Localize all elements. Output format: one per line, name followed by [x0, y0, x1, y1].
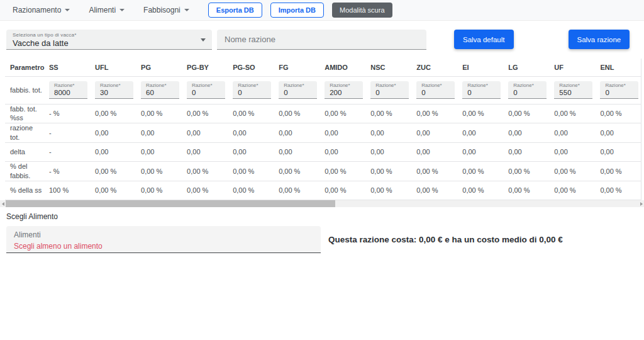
export-db-button[interactable]: Esporta DB	[208, 3, 262, 18]
param-label: % della ss	[5, 181, 44, 200]
ration-input-value: 0	[421, 89, 455, 96]
ration-value-input[interactable]: Razione*0	[462, 81, 501, 99]
ration-input-label: Razione*	[421, 82, 455, 88]
feed-select-label: Alimenti	[14, 230, 313, 239]
ration-value-input[interactable]: Razione*0	[508, 81, 547, 99]
cell-value: 0,00 %	[90, 104, 136, 123]
cell-value: 0,00	[274, 123, 319, 143]
ration-input-value: 0	[284, 89, 317, 96]
ration-value-input[interactable]: Razione*0	[233, 81, 271, 99]
cell-value: 0,00 %	[549, 181, 595, 200]
save-ration-button[interactable]: Salva razione	[569, 30, 630, 49]
feed-row: Alimenti Scegli almeno un alimento Quest…	[6, 226, 563, 253]
ration-input-label: Razione*	[192, 82, 225, 88]
cell-value: 0,00	[503, 123, 549, 143]
topbar: RazionamentoAlimentiFabbisogni Esporta D…	[0, 0, 644, 21]
ration-input-value: 550	[559, 89, 592, 96]
import-db-button[interactable]: Importa DB	[270, 3, 324, 18]
cell-value: 0,00	[411, 142, 457, 161]
ration-input-value: 30	[100, 89, 133, 96]
cell-value: 0,00 %	[228, 161, 274, 181]
ration-value-input[interactable]: Razione*0	[600, 81, 638, 99]
column-header-pg-so: PG-SO	[228, 59, 274, 76]
cell-value: 0,00 %	[549, 161, 595, 181]
ration-input-value: 0	[192, 89, 225, 96]
dropdown-arrow-icon	[201, 38, 206, 42]
cell-value: 0,00 %	[503, 104, 549, 123]
menu-label: Alimenti	[89, 6, 116, 14]
cell-value: 0,00 %	[90, 161, 136, 181]
cell-value: 0,00 %	[549, 104, 595, 123]
cell-value: 0,00 %	[136, 104, 182, 123]
topbar-menus: RazionamentoAlimentiFabbisogni	[13, 6, 208, 14]
cell-value: 0,00	[182, 142, 228, 161]
menu-label: Fabbisogni	[143, 6, 180, 14]
ration-value-input[interactable]: Razione*200	[325, 81, 363, 99]
ration-form-row: Seleziona un tipo di vacca* Vacche da la…	[6, 30, 644, 50]
cell-value: 0,00 %	[595, 181, 641, 200]
feed-select-error: Scegli almeno un alimento	[14, 242, 313, 251]
ration-input-label: Razione*	[54, 82, 87, 88]
ration-value-input[interactable]: Razione*0	[370, 81, 409, 99]
cell-value: 0,00 %	[319, 104, 365, 123]
ration-value-input[interactable]: Razione*30	[95, 81, 133, 99]
dark-mode-toggle-button[interactable]: Modalità scura	[332, 3, 392, 18]
ration-value-input[interactable]: Razione*0	[187, 81, 225, 99]
horizontal-scrollbar[interactable]	[0, 200, 644, 207]
cell-value: - %	[44, 161, 90, 181]
feed-select[interactable]: Alimenti Scegli almeno un alimento	[6, 226, 321, 253]
table-header-row: ParametroSSUFLPGPG-BYPG-SOFGAMIDONSCZUCE…	[5, 59, 641, 76]
ration-value-input[interactable]: Razione*550	[554, 81, 592, 99]
ration-value-input[interactable]: Razione*0	[279, 81, 317, 99]
ration-name-input[interactable]	[217, 30, 426, 49]
cell-value: 0,00	[136, 142, 182, 161]
cell-value: 0,00 %	[319, 161, 365, 181]
menu-alimenti[interactable]: Alimenti	[89, 6, 125, 14]
cell-value: 0,00	[319, 142, 365, 161]
table-row: razione tot.-0,000,000,000,000,000,000,0…	[5, 123, 641, 143]
ration-input-value: 8000	[54, 89, 87, 96]
column-header-amido: AMIDO	[319, 59, 365, 76]
scroll-right-button[interactable]	[638, 200, 644, 207]
cell-value: 0,00 %	[274, 161, 319, 181]
cell-value: 0,00 %	[411, 104, 457, 123]
scroll-left-button[interactable]	[0, 200, 6, 207]
ration-cost-text: Questa razione costa: 0,00 € e ha un cos…	[328, 235, 563, 244]
scroll-left-icon	[2, 202, 4, 206]
cell-value: 0,00 %	[457, 161, 503, 181]
ration-input-label: Razione*	[467, 82, 501, 88]
cell-value: 0,00 %	[365, 181, 411, 200]
column-header-fg: FG	[274, 59, 319, 76]
ration-value-input[interactable]: Razione*8000	[49, 81, 87, 99]
cow-type-select[interactable]: Seleziona un tipo di vacca* Vacche da la…	[6, 30, 212, 50]
cell-value: 0,00 %	[595, 104, 641, 123]
table-row: % del fabbis.- %0,00 %0,00 %0,00 %0,00 %…	[5, 161, 641, 181]
cell-value: 0,00 %	[365, 104, 411, 123]
cell-value: 0,00	[503, 142, 549, 161]
cell-value: 0,00 %	[136, 181, 182, 200]
scrollbar-thumb[interactable]	[6, 200, 335, 207]
ration-value-input[interactable]: Razione*60	[141, 81, 179, 99]
cell-value: -	[44, 142, 90, 161]
cell-value: 0,00	[90, 123, 136, 143]
column-header-enl: ENL	[595, 59, 641, 76]
cell-value: 0,00 %	[411, 181, 457, 200]
menu-razionamento[interactable]: Razionamento	[13, 6, 70, 14]
cell-value: 0,00 %	[228, 181, 274, 200]
cell-value: 0,00 %	[457, 181, 503, 200]
column-header-zuc: ZUC	[411, 59, 457, 76]
table-row: % della ss100 %0,00 %0,00 %0,00 %0,00 %0…	[5, 181, 641, 200]
param-label: delta	[5, 142, 44, 161]
cell-value: 0,00 %	[182, 104, 228, 123]
ration-input-value: 0	[467, 89, 501, 96]
cell-value: 0,00	[274, 142, 319, 161]
ration-input-value: 0	[238, 89, 271, 96]
cell-value: 0,00	[457, 123, 503, 143]
cell-value: 0,00 %	[182, 161, 228, 181]
cell-value: 0,00	[182, 123, 228, 143]
scroll-right-icon	[640, 202, 643, 206]
save-default-button[interactable]: Salva default	[454, 30, 514, 49]
ration-value-input[interactable]: Razione*0	[416, 81, 455, 99]
cell-value: 0,00 %	[228, 104, 274, 123]
menu-fabbisogni[interactable]: Fabbisogni	[143, 6, 189, 14]
